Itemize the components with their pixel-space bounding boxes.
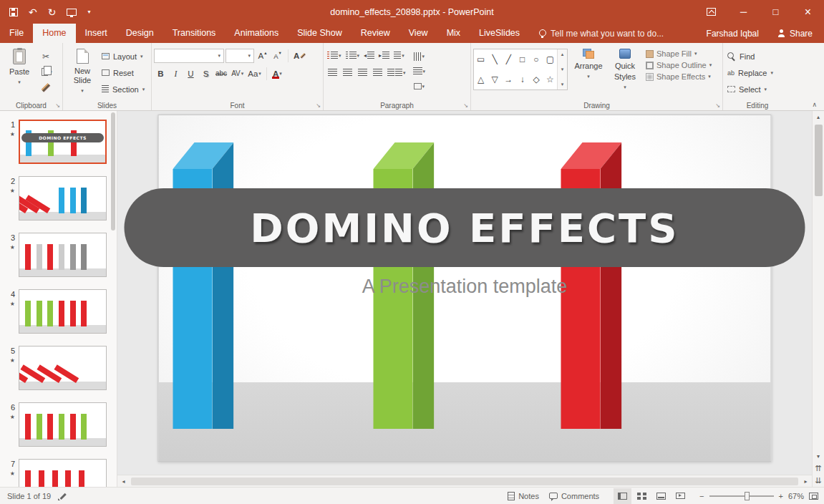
collapse-ribbon-button[interactable]: ∧ xyxy=(812,101,817,108)
next-slide-button[interactable]: ⇊ xyxy=(813,475,824,487)
line-spacing-button[interactable]: ▾ xyxy=(392,49,406,62)
vertical-scrollbar-track[interactable] xyxy=(813,123,824,450)
customize-qat-icon[interactable]: ▾ xyxy=(87,9,90,15)
convert-to-smartart-button[interactable]: ▾ xyxy=(412,79,427,93)
title-banner-shape[interactable]: DOMINO EFFECTS xyxy=(125,188,805,267)
find-button[interactable]: Find xyxy=(725,49,790,64)
normal-view-button[interactable] xyxy=(614,488,631,504)
quick-styles-button[interactable]: QuickStyles ▾ xyxy=(609,45,641,100)
slide-canvas[interactable]: DOMINO EFFECTS A Presentation template xyxy=(158,115,772,462)
bold-button[interactable]: B xyxy=(154,67,168,80)
slide-thumbnail-4[interactable] xyxy=(19,289,107,334)
shape-outline-button[interactable]: Shape Outline▾ xyxy=(646,61,712,69)
format-painter-button[interactable] xyxy=(37,81,55,94)
minimize-button[interactable]: ─ xyxy=(727,0,760,24)
copy-button[interactable]: ▾ xyxy=(37,65,55,79)
slide-thumbnail-7[interactable] xyxy=(19,459,107,487)
vertical-scrollbar-thumb[interactable] xyxy=(815,125,823,196)
tab-design[interactable]: Design xyxy=(117,24,163,43)
shape-effects-button[interactable]: Shape Effects▾ xyxy=(646,72,712,81)
slide-thumbnail-2[interactable] xyxy=(19,176,107,220)
underline-button[interactable]: U xyxy=(184,67,198,80)
zoom-level[interactable]: 67% xyxy=(788,492,804,500)
account-name[interactable]: Farshad Iqbal xyxy=(707,29,759,39)
start-slideshow-icon[interactable] xyxy=(67,9,77,16)
font-name-select[interactable]: ▾ xyxy=(154,49,224,63)
shape-diamond-icon[interactable]: ◇ xyxy=(533,74,539,84)
shape-arrow-down-icon[interactable]: ↓ xyxy=(520,74,525,84)
scroll-right-button[interactable]: ▸ xyxy=(800,475,812,488)
tell-me-box[interactable]: Tell me what you want to do... xyxy=(539,24,664,43)
slide-thumbnail-1[interactable]: DOMINO EFFECTS xyxy=(19,120,107,164)
vertical-scrollbar[interactable]: ▴ ▾ ⇈ ⇊ xyxy=(812,111,824,487)
text-shadow-button[interactable]: S xyxy=(199,67,213,80)
decrease-font-size-button[interactable]: A▾ xyxy=(271,49,284,63)
previous-slide-button[interactable]: ⇈ xyxy=(813,462,824,475)
clear-formatting-button[interactable]: A xyxy=(292,49,307,63)
thumbnail-panel-scrollbar[interactable] xyxy=(110,111,117,487)
tab-mix[interactable]: Mix xyxy=(437,24,470,43)
tab-view[interactable]: View xyxy=(399,24,437,43)
section-button[interactable]: Section▾ xyxy=(100,82,147,97)
ink-annotations-icon[interactable] xyxy=(58,492,67,500)
drawing-dialog-launcher[interactable]: ↘ xyxy=(715,103,720,109)
justify-button[interactable] xyxy=(371,66,384,79)
shape-triangle-down-icon[interactable]: ▽ xyxy=(491,74,498,84)
align-left-button[interactable] xyxy=(326,66,339,79)
font-dialog-launcher[interactable]: ↘ xyxy=(316,103,321,109)
tab-liveslides[interactable]: LiveSlides xyxy=(470,24,529,43)
horizontal-scrollbar-track[interactable] xyxy=(130,475,800,488)
tab-home[interactable]: Home xyxy=(33,24,75,43)
comments-button[interactable]: Comments xyxy=(549,492,599,500)
font-size-select[interactable]: ▾ xyxy=(226,49,254,63)
align-center-button[interactable] xyxy=(341,66,354,79)
cut-button[interactable]: ✂ xyxy=(37,49,55,63)
share-button[interactable]: Share xyxy=(777,29,813,39)
horizontal-scrollbar-thumb[interactable] xyxy=(131,478,798,485)
zoom-out-button[interactable]: − xyxy=(699,492,704,500)
slide-title[interactable]: DOMINO EFFECTS xyxy=(250,205,679,251)
shape-triangle-icon[interactable]: △ xyxy=(478,74,484,84)
zoom-slider-handle[interactable] xyxy=(745,492,750,500)
clipboard-dialog-launcher[interactable]: ↘ xyxy=(55,103,60,109)
reset-button[interactable]: Reset xyxy=(100,65,147,80)
close-button[interactable]: × xyxy=(792,0,824,24)
slide-thumbnail-6[interactable] xyxy=(19,402,107,447)
zoom-in-button[interactable]: + xyxy=(779,492,783,500)
align-right-button[interactable] xyxy=(356,66,369,79)
font-color-button[interactable]: A▾ xyxy=(271,67,284,80)
tab-animations[interactable]: Animations xyxy=(225,24,288,43)
shape-gallery-more-button[interactable]: ▾ xyxy=(561,82,564,87)
maximize-button[interactable]: □ xyxy=(760,0,792,24)
slideshow-view-button[interactable] xyxy=(672,488,689,504)
tab-file[interactable]: File xyxy=(0,24,33,43)
increase-font-size-button[interactable]: A▴ xyxy=(256,49,269,63)
columns-button[interactable]: ▾ xyxy=(386,66,407,79)
slide-subtitle[interactable]: A Presentation template xyxy=(159,276,771,298)
shape-gallery-scroll-up[interactable]: ▴ xyxy=(561,52,564,57)
align-text-button[interactable]: ▾ xyxy=(412,64,427,78)
layout-button[interactable]: Layout▾ xyxy=(100,49,147,64)
select-button[interactable]: Select▾ xyxy=(725,82,790,97)
slide-floor-shape[interactable] xyxy=(159,382,771,461)
paste-button[interactable]: Paste ▾ xyxy=(2,45,37,100)
scroll-left-button[interactable]: ◂ xyxy=(117,475,130,488)
fit-slide-to-window-button[interactable] xyxy=(809,493,818,500)
redo-icon[interactable]: ↻ xyxy=(48,7,57,17)
tab-transitions[interactable]: Transitions xyxy=(163,24,226,43)
shape-line-diagonal-down-icon[interactable]: ╲ xyxy=(492,54,497,64)
character-spacing-button[interactable]: AV▾ xyxy=(230,67,245,80)
paste-dropdown-icon[interactable]: ▾ xyxy=(18,79,21,85)
shape-oval-icon[interactable]: ○ xyxy=(533,54,538,64)
shape-arrow-right-icon[interactable]: → xyxy=(504,74,513,84)
bullets-button[interactable]: ▾ xyxy=(326,49,343,62)
strikethrough-button[interactable]: abc xyxy=(214,67,228,80)
change-case-button[interactable]: Aa▾ xyxy=(246,67,263,80)
paragraph-dialog-launcher[interactable]: ↘ xyxy=(463,103,468,109)
shape-star-icon[interactable]: ☆ xyxy=(546,74,554,84)
notes-button[interactable]: Notes xyxy=(508,492,539,500)
shape-rounded-rectangle-icon[interactable]: ▢ xyxy=(546,54,554,64)
undo-icon[interactable]: ↶ xyxy=(29,7,37,17)
shape-line-diagonal-up-icon[interactable]: ╱ xyxy=(506,54,511,64)
horizontal-scrollbar[interactable]: ◂ ▸ xyxy=(117,475,812,487)
